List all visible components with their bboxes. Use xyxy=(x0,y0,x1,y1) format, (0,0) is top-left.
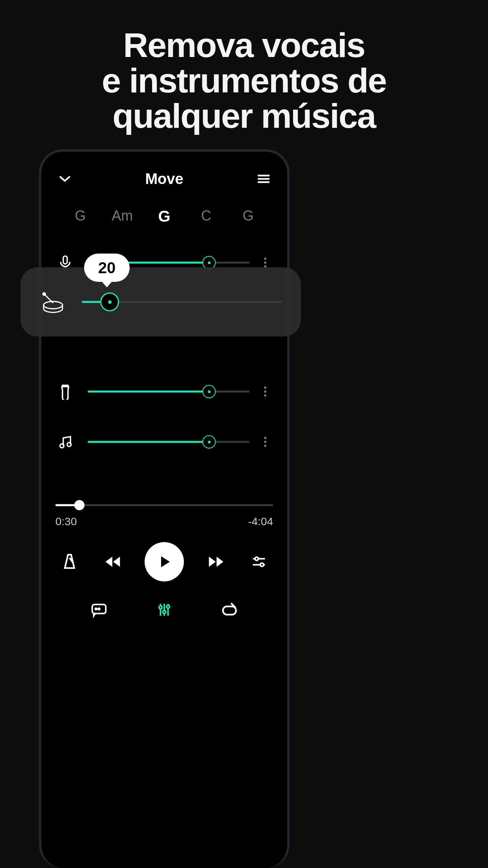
svg-point-21 xyxy=(264,445,266,447)
svg-point-17 xyxy=(60,444,64,448)
svg-point-8 xyxy=(264,257,266,260)
svg-rect-41 xyxy=(223,607,236,615)
drum-icon xyxy=(39,288,67,316)
svg-point-20 xyxy=(264,441,266,443)
device-frame: Move G Am G C G xyxy=(39,149,290,868)
guitar-track-row xyxy=(55,374,273,409)
hero-headline: Remova vocais e instrumentos de qualquer… xyxy=(0,0,488,133)
svg-rect-6 xyxy=(63,256,67,264)
chord[interactable]: Am xyxy=(110,208,134,225)
svg-point-19 xyxy=(264,437,266,439)
guitar-volume-slider[interactable] xyxy=(88,385,250,398)
svg-point-39 xyxy=(163,611,166,614)
svg-point-34 xyxy=(98,608,100,610)
svg-point-14 xyxy=(264,386,266,389)
other-volume-slider[interactable] xyxy=(88,436,250,448)
hero-line-1: Remova vocais xyxy=(123,26,365,64)
mixer-tab[interactable] xyxy=(153,599,175,621)
guitar-more-button[interactable] xyxy=(257,386,273,397)
svg-marker-23 xyxy=(105,557,112,567)
svg-marker-26 xyxy=(209,557,215,567)
music-note-icon xyxy=(55,432,75,452)
svg-point-31 xyxy=(260,563,263,566)
svg-point-38 xyxy=(159,606,162,609)
loop-tab[interactable] xyxy=(218,599,240,621)
hero-line-2: e instrumentos de xyxy=(102,61,386,100)
rewind-button[interactable] xyxy=(101,550,125,574)
svg-point-9 xyxy=(264,261,266,264)
metronome-button[interactable] xyxy=(58,550,81,574)
forward-button[interactable] xyxy=(204,550,227,574)
slider-value-text: 20 xyxy=(98,259,116,277)
svg-marker-25 xyxy=(161,556,170,567)
song-title: Move xyxy=(145,171,183,188)
elapsed-time: 0:30 xyxy=(55,515,77,528)
chord-strip: G Am G C G xyxy=(55,208,273,225)
drums-volume-slider[interactable] xyxy=(82,296,282,308)
svg-point-40 xyxy=(167,605,170,609)
svg-point-18 xyxy=(67,443,71,447)
hero-line-3: qualquer música xyxy=(112,96,375,135)
svg-marker-27 xyxy=(216,557,223,567)
svg-point-30 xyxy=(255,557,258,560)
lyrics-tab[interactable] xyxy=(88,599,110,621)
svg-point-12 xyxy=(64,385,66,387)
chord[interactable]: C xyxy=(194,208,218,225)
guitar-icon xyxy=(55,382,75,401)
chord-current[interactable]: G xyxy=(152,208,176,225)
svg-point-33 xyxy=(95,608,97,610)
collapse-button[interactable] xyxy=(55,169,74,188)
svg-point-16 xyxy=(264,394,266,397)
play-button[interactable] xyxy=(145,542,184,581)
chord[interactable]: G xyxy=(237,208,260,225)
remaining-time: -4:04 xyxy=(248,515,273,528)
svg-marker-24 xyxy=(113,557,120,567)
svg-point-11 xyxy=(62,385,64,387)
other-track-row xyxy=(55,424,273,460)
settings-sliders-button[interactable] xyxy=(247,550,271,574)
svg-point-15 xyxy=(264,390,266,393)
slider-value-tooltip: 20 xyxy=(84,254,130,282)
chord[interactable]: G xyxy=(68,208,92,225)
svg-point-13 xyxy=(67,385,68,387)
playback-progress[interactable] xyxy=(55,499,273,511)
svg-point-2 xyxy=(43,293,45,295)
other-more-button[interactable] xyxy=(257,436,273,447)
drums-track-overlay[interactable] xyxy=(20,267,301,337)
vocals-more-button[interactable] xyxy=(257,257,273,268)
menu-button[interactable] xyxy=(254,169,273,188)
